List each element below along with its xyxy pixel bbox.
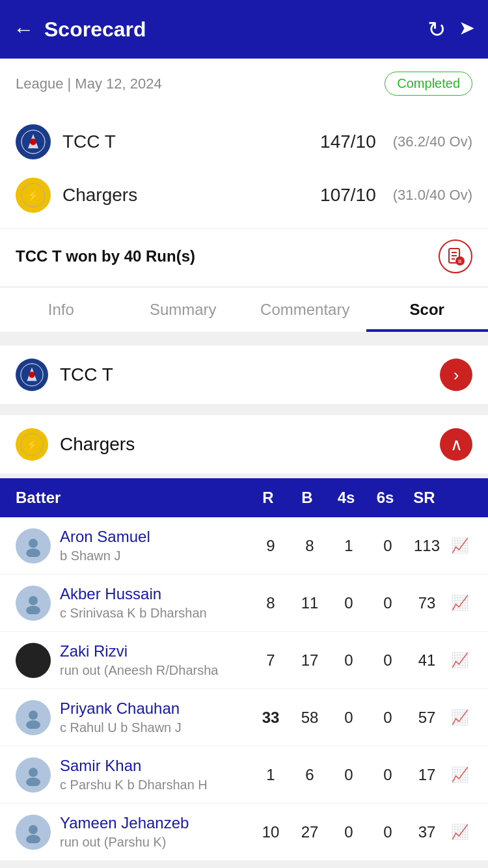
- batter-name: Yameen Jehanzeb: [60, 814, 251, 832]
- scorecard-icon[interactable]: ≡: [439, 239, 472, 273]
- stat-r: 1: [251, 766, 290, 784]
- batter-dismissal: c Parshu K b Dharshan H: [60, 778, 251, 793]
- team1-section-logo: [16, 359, 48, 391]
- team1-row: TCC T 147/10 (36.2/40 Ov): [16, 115, 472, 169]
- stat-r: 8: [251, 594, 290, 612]
- table-row: Priyank Chauhan c Rahul U b Shawn J 33 5…: [0, 689, 488, 746]
- status-badge: Completed: [385, 72, 472, 96]
- th-b: B: [288, 489, 327, 507]
- stat-b: 8: [290, 537, 329, 555]
- batter-info: Samir Khan c Parshu K b Dharshan H: [60, 757, 251, 793]
- stat-6s: 0: [368, 594, 407, 612]
- stat-4s: 0: [329, 766, 368, 784]
- batter-rows: Aron Samuel b Shawn J 9 8 1 0 113 📈 Akbe…: [0, 517, 488, 861]
- table-row: Yameen Jehanzeb run out (Parshu K) 10 27…: [0, 804, 488, 861]
- chart-icon[interactable]: 📈: [446, 766, 472, 783]
- tab-scorecard[interactable]: Scor: [366, 288, 489, 332]
- stat-6s: 0: [368, 709, 407, 727]
- svg-point-13: [29, 372, 35, 378]
- stat-sr: 41: [407, 651, 446, 670]
- refresh-icon[interactable]: ↻: [427, 16, 446, 42]
- team2-collapse-button[interactable]: ∧: [440, 428, 472, 461]
- batting-table: Batter R B 4s 6s SR Aron Samuel b Shawn …: [0, 478, 488, 861]
- stat-b: 58: [290, 709, 329, 727]
- team1-section-name: TCC T: [60, 364, 113, 385]
- stat-b: 27: [290, 823, 329, 841]
- batter-info: Priyank Chauhan c Rahul U b Shawn J: [60, 699, 251, 735]
- stat-b: 17: [290, 651, 329, 670]
- team2-logo: ⚡: [16, 178, 51, 213]
- team1-name: TCC T: [62, 131, 308, 152]
- chart-icon[interactable]: 📈: [446, 595, 472, 612]
- th-batter: Batter: [16, 489, 249, 507]
- table-row: Zaki Rizvi run out (Aneesh R/Dharsha 7 1…: [0, 632, 488, 689]
- table-row: Aron Samuel b Shawn J 9 8 1 0 113 📈: [0, 517, 488, 575]
- chart-icon[interactable]: 📈: [446, 824, 472, 841]
- th-4s: 4s: [327, 489, 366, 507]
- stat-r: 33: [251, 709, 290, 727]
- batter-info: Aron Samuel b Shawn J: [60, 528, 251, 563]
- svg-point-22: [29, 768, 38, 777]
- batter-dismissal: c Rahul U b Shawn J: [60, 720, 251, 735]
- team2-section-name: Chargers: [60, 434, 135, 455]
- th-r: R: [249, 489, 288, 507]
- batter-info: Zaki Rizvi run out (Aneesh R/Dharsha: [60, 642, 251, 678]
- stat-r: 9: [251, 537, 290, 555]
- stat-r: 10: [251, 823, 290, 841]
- chart-icon[interactable]: 📈: [446, 652, 472, 669]
- back-button[interactable]: ←: [13, 18, 34, 42]
- stat-4s: 1: [329, 537, 368, 555]
- batter-name: Priyank Chauhan: [60, 699, 251, 718]
- team1-section: TCC T ›: [0, 346, 488, 405]
- tab-commentary[interactable]: Commentary: [244, 288, 366, 332]
- stat-r: 7: [251, 651, 290, 670]
- stat-6s: 0: [368, 766, 407, 784]
- svg-point-21: [26, 720, 40, 729]
- team2-name: Chargers: [62, 185, 308, 206]
- chart-icon[interactable]: 📈: [446, 709, 472, 726]
- team2-row: ⚡ Chargers 107/10 (31.0/40 Ov): [16, 169, 472, 222]
- stat-sr: 113: [407, 537, 446, 555]
- svg-point-2: [30, 139, 36, 145]
- stat-sr: 37: [407, 823, 446, 841]
- svg-text:≡: ≡: [458, 258, 462, 265]
- result-row: TCC T won by 40 Run(s) ≡: [0, 228, 488, 286]
- svg-point-19: [26, 606, 40, 614]
- tabs: Info Summary Commentary Scor: [0, 286, 488, 332]
- stat-6s: 0: [368, 651, 407, 670]
- batter-dismissal: b Shawn J: [60, 549, 251, 563]
- match-info-bar: League | May 12, 2024 Completed: [0, 59, 488, 109]
- batter-info: Akber Hussain c Srinivasa K b Dharshan: [60, 585, 251, 621]
- svg-point-16: [29, 539, 38, 548]
- team2-overs: (31.0/40 Ov): [393, 187, 472, 204]
- team2-section: ⚡ Chargers ∧: [0, 415, 488, 474]
- svg-point-18: [29, 596, 38, 605]
- stat-sr: 73: [407, 594, 446, 612]
- page-title: Scorecard: [44, 18, 146, 42]
- svg-point-17: [26, 549, 40, 557]
- stat-4s: 0: [329, 651, 368, 670]
- share-icon[interactable]: ➤: [459, 16, 475, 42]
- team2-score: 107/10: [320, 185, 376, 206]
- stat-sr: 17: [407, 766, 446, 784]
- batter-name: Akber Hussain: [60, 585, 251, 603]
- table-row: Akber Hussain c Srinivasa K b Dharshan 8…: [0, 575, 488, 632]
- tab-info[interactable]: Info: [0, 288, 122, 332]
- stat-6s: 0: [368, 823, 407, 841]
- tab-summary[interactable]: Summary: [122, 288, 245, 332]
- team2-section-logo: ⚡: [16, 428, 48, 461]
- batter-name: Zaki Rizvi: [60, 642, 251, 660]
- team1-expand-button[interactable]: ›: [440, 359, 472, 391]
- batter-dismissal: run out (Parshu K): [60, 835, 251, 850]
- stat-4s: 0: [329, 709, 368, 727]
- stat-6s: 0: [368, 537, 407, 555]
- stat-sr: 57: [407, 709, 446, 727]
- batter-name: Aron Samuel: [60, 528, 251, 546]
- chart-icon[interactable]: 📈: [446, 537, 472, 554]
- svg-text:⚡: ⚡: [27, 189, 40, 202]
- stat-4s: 0: [329, 823, 368, 841]
- stat-b: 6: [290, 766, 329, 784]
- match-meta: League | May 12, 2024: [16, 75, 162, 92]
- stat-4s: 0: [329, 594, 368, 612]
- batter-dismissal: run out (Aneesh R/Dharsha: [60, 663, 251, 678]
